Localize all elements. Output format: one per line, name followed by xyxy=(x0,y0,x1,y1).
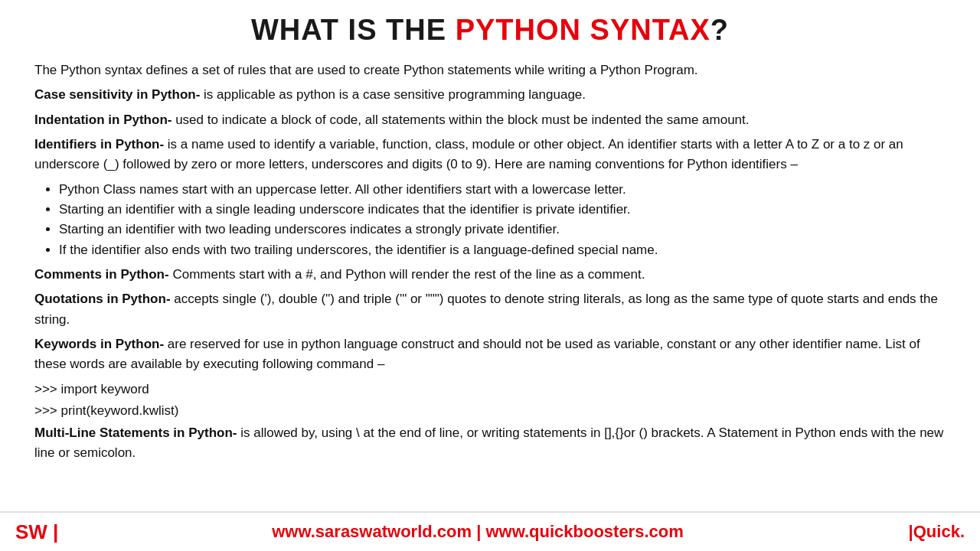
para-case-sensitivity-text: is applicable as python is a case sensit… xyxy=(200,87,586,102)
para-multiline: Multi-Line Statements in Python- is allo… xyxy=(34,423,946,464)
title-prefix: WHAT IS THE xyxy=(251,14,456,46)
main-content: WHAT IS THE PYTHON SYNTAX? The Python sy… xyxy=(0,0,980,475)
para-keywords-text: are reserved for use in python language … xyxy=(34,337,920,371)
para-identifiers-bold: Identifiers in Python- xyxy=(34,137,164,152)
para-comments-bold: Comments in Python- xyxy=(34,267,169,282)
title-suffix: ? xyxy=(710,14,729,46)
footer: SW | www.saraswatworld.com | www.quickbo… xyxy=(0,511,980,551)
para-intro: The Python syntax defines a set of rules… xyxy=(34,60,946,80)
bullet-item-3: Starting an identifier with two leading … xyxy=(59,220,946,240)
para-identifiers-text: is a name used to identify a variable, f… xyxy=(34,137,903,171)
para-quotations-text: accepts single ('), double (") and tripl… xyxy=(34,292,938,326)
bullet-item-4: If the identifier also ends with two tra… xyxy=(59,240,946,260)
bullet-item-2: Starting an identifier with a single lea… xyxy=(59,200,946,220)
bullet-item-1: Python Class names start with an upperca… xyxy=(59,180,946,200)
para-indentation-text: used to indicate a block of code, all st… xyxy=(172,112,749,127)
para-case-sensitivity-bold: Case sensitivity in Python- xyxy=(34,87,200,102)
footer-quick: |Quick. xyxy=(873,522,965,542)
title-highlight: PYTHON SYNTAX xyxy=(456,14,710,46)
footer-links: www.saraswatworld.com | www.quickbooster… xyxy=(83,522,873,542)
para-multiline-bold: Multi-Line Statements in Python- xyxy=(34,425,237,440)
para-indentation: Indentation in Python- used to indicate … xyxy=(34,110,946,130)
para-quotations: Quotations in Python- accepts single (')… xyxy=(34,289,946,330)
para-comments: Comments in Python- Comments start with … xyxy=(34,265,946,285)
code-line-1: >>> import keyword xyxy=(34,380,946,399)
para-keywords: Keywords in Python- are reserved for use… xyxy=(34,334,946,375)
para-comments-text: Comments start with a #, and Python will… xyxy=(169,267,645,282)
page-title: WHAT IS THE PYTHON SYNTAX? xyxy=(34,14,946,47)
footer-sw: SW | xyxy=(15,520,77,544)
para-identifiers: Identifiers in Python- is a name used to… xyxy=(34,135,946,175)
para-intro-text: The Python syntax defines a set of rules… xyxy=(34,63,698,77)
bullet-list: Python Class names start with an upperca… xyxy=(59,180,946,260)
para-case-sensitivity: Case sensitivity in Python- is applicabl… xyxy=(34,85,946,105)
body-text: The Python syntax defines a set of rules… xyxy=(34,60,946,463)
para-quotations-bold: Quotations in Python- xyxy=(34,292,171,306)
para-keywords-bold: Keywords in Python- xyxy=(34,337,164,351)
code-line-2: >>> print(keyword.kwlist) xyxy=(34,401,946,421)
para-indentation-bold: Indentation in Python- xyxy=(34,112,172,127)
